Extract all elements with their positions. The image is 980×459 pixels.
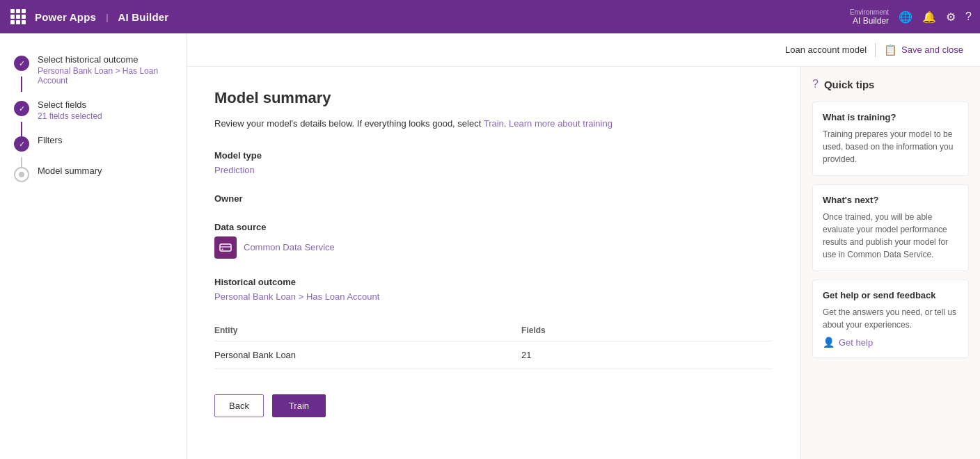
tips-panel: ? Quick tips What is training?Training p… bbox=[800, 67, 980, 459]
tips-cards-container: What is training?Training prepares your … bbox=[812, 102, 969, 358]
checkmark-icon-2: ✓ bbox=[19, 140, 25, 149]
get-help-label: Get help bbox=[839, 337, 873, 348]
tip-card-whats-next: What's next?Once trained, you will be ab… bbox=[812, 184, 969, 271]
sidebar: ✓ Select historical outcome Personal Ban… bbox=[0, 33, 187, 459]
environment-block: Environment AI Builder bbox=[850, 8, 889, 26]
save-close-label: Save and close bbox=[901, 45, 963, 55]
step-title-0: Select historical outcome bbox=[38, 54, 172, 65]
main-tips-layout: Model summary Review your model's detail… bbox=[187, 67, 980, 459]
step-content-0: Select historical outcome Personal Bank … bbox=[38, 54, 172, 86]
product-title: AI Builder bbox=[118, 11, 169, 23]
step-title-1: Select fields bbox=[38, 99, 102, 110]
page-title: Model summary bbox=[214, 89, 773, 107]
subtitle-middle: . bbox=[504, 118, 509, 129]
action-buttons: Back Train bbox=[214, 394, 773, 417]
help-icon[interactable]: ? bbox=[965, 10, 972, 23]
waffle-menu[interactable] bbox=[8, 7, 28, 26]
header-bar: Loan account model 📋 Save and close bbox=[187, 33, 980, 67]
save-icon: 📋 bbox=[884, 44, 897, 56]
main-layout: ✓ Select historical outcome Personal Ban… bbox=[0, 33, 980, 459]
step-title-3: Model summary bbox=[38, 166, 102, 176]
tips-header: ? Quick tips bbox=[812, 78, 969, 90]
subtitle-text: Review your model's details below. If ev… bbox=[214, 117, 773, 131]
back-button[interactable]: Back bbox=[214, 394, 264, 417]
header-separator bbox=[875, 43, 876, 57]
svg-rect-0 bbox=[220, 244, 231, 251]
tip-card-text: Get the answers you need, or tell us abo… bbox=[823, 306, 958, 331]
col-header-entity: Entity bbox=[214, 320, 521, 341]
learn-more-link[interactable]: Learn more about training bbox=[509, 118, 612, 129]
model-type-value: Prediction bbox=[214, 165, 773, 175]
env-name: AI Builder bbox=[853, 16, 889, 26]
tips-question-icon: ? bbox=[812, 78, 819, 90]
common-data-service-icon bbox=[214, 236, 237, 259]
model-type-label: Model type bbox=[214, 150, 773, 161]
step-icon-done-0: ✓ bbox=[14, 56, 29, 71]
data-source-section: Data source Common Data Service bbox=[214, 222, 773, 259]
step-subtitle-0: Personal Bank Loan > Has Loan Account bbox=[38, 66, 172, 86]
cell-fields: 21 bbox=[521, 341, 773, 369]
tip-card-text: Training prepares your model to be used,… bbox=[823, 128, 958, 166]
globe-icon[interactable]: 🌐 bbox=[899, 10, 912, 24]
settings-icon[interactable]: ⚙ bbox=[946, 10, 956, 24]
model-type-section: Model type Prediction bbox=[214, 150, 773, 175]
bell-icon[interactable]: 🔔 bbox=[922, 10, 936, 24]
tip-card-text: Once trained, you will be able evaluate … bbox=[823, 211, 958, 261]
tip-card-title: Get help or send feedback bbox=[823, 290, 958, 300]
col-header-fields: Fields bbox=[521, 320, 773, 341]
historical-outcome-value: Personal Bank Loan > Has Loan Account bbox=[214, 291, 773, 302]
historical-outcome-section: Historical outcome Personal Bank Loan > … bbox=[214, 277, 773, 302]
summary-table: Entity Fields Personal Bank Loan21 bbox=[214, 320, 773, 369]
step-title-2: Filters bbox=[38, 135, 62, 145]
step-icon-inactive-3 bbox=[14, 167, 29, 182]
top-navigation: Power Apps | AI Builder Environment AI B… bbox=[0, 0, 980, 33]
tip-card-title: What's next? bbox=[823, 195, 958, 205]
step-content-1: Select fields 21 fields selected bbox=[38, 99, 102, 121]
data-source-value: Common Data Service bbox=[244, 242, 335, 252]
step-subtitle-1: 21 fields selected bbox=[38, 111, 102, 121]
train-button[interactable]: Train bbox=[272, 394, 326, 417]
env-label: Environment bbox=[850, 8, 889, 16]
model-name-label: Loan account model bbox=[785, 45, 867, 55]
tip-card-get-help-feedback: Get help or send feedbackGet the answers… bbox=[812, 280, 969, 358]
title-separator: | bbox=[106, 12, 108, 22]
topnav-right-section: Environment AI Builder 🌐 🔔 ⚙ ? bbox=[850, 8, 972, 26]
app-title: Power Apps bbox=[35, 11, 96, 23]
data-source-label: Data source bbox=[214, 222, 773, 232]
sidebar-step-1[interactable]: ✓ Select fields 21 fields selected bbox=[0, 92, 186, 128]
content-area: Loan account model 📋 Save and close Mode… bbox=[187, 33, 980, 459]
checkmark-icon: ✓ bbox=[19, 59, 25, 68]
main-content: Model summary Review your model's detail… bbox=[187, 67, 800, 459]
sidebar-step-2[interactable]: ✓ Filters bbox=[0, 128, 186, 159]
step-icon-done-1: ✓ bbox=[14, 101, 29, 116]
cell-entity: Personal Bank Loan bbox=[214, 341, 521, 369]
get-help-icon: 👤 bbox=[823, 337, 835, 348]
get-help-link[interactable]: 👤Get help bbox=[823, 337, 958, 348]
step-dot-3 bbox=[19, 172, 24, 177]
owner-label: Owner bbox=[214, 193, 773, 204]
tip-card-what-is-training: What is training?Training prepares your … bbox=[812, 102, 969, 176]
historical-outcome-label: Historical outcome bbox=[214, 277, 773, 287]
owner-section: Owner bbox=[214, 193, 773, 204]
step-content-2: Filters bbox=[38, 135, 62, 145]
sidebar-step-3[interactable]: Model summary bbox=[0, 159, 186, 189]
table-row: Personal Bank Loan21 bbox=[214, 341, 773, 369]
train-link[interactable]: Train bbox=[484, 118, 504, 129]
checkmark-icon-1: ✓ bbox=[19, 104, 25, 113]
save-close-button[interactable]: 📋 Save and close bbox=[884, 44, 963, 56]
svg-point-2 bbox=[222, 248, 223, 250]
tips-title: Quick tips bbox=[824, 79, 875, 90]
step-connector-0 bbox=[21, 76, 22, 92]
step-content-3: Model summary bbox=[38, 166, 102, 176]
step-icon-done-2: ✓ bbox=[14, 136, 29, 152]
waffle-icon bbox=[10, 9, 26, 24]
subtitle-plain: Review your model's details below. If ev… bbox=[214, 118, 484, 129]
data-source-row: Common Data Service bbox=[214, 236, 773, 259]
sidebar-step-0[interactable]: ✓ Select historical outcome Personal Ban… bbox=[0, 47, 186, 92]
tip-card-title: What is training? bbox=[823, 112, 958, 122]
